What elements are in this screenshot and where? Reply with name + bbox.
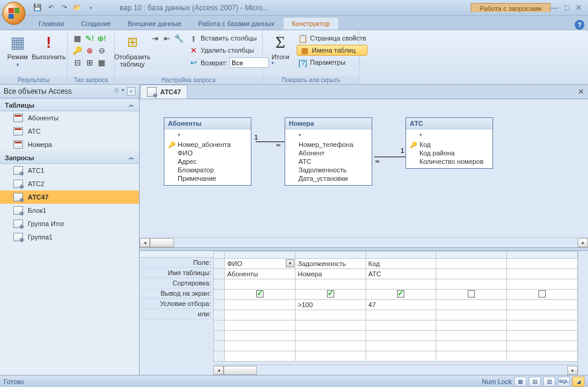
field-row[interactable]: АТС: [289, 157, 368, 166]
sort-cell[interactable]: [366, 279, 436, 290]
field-row[interactable]: Задолженность: [289, 166, 368, 174]
or-cell[interactable]: [295, 310, 366, 320]
crosstab-icon[interactable]: 🔑: [73, 45, 82, 55]
empty-cell[interactable]: [366, 341, 436, 351]
empty-cell[interactable]: [366, 320, 436, 331]
empty-cell[interactable]: [366, 351, 436, 362]
show-cell[interactable]: [507, 290, 578, 300]
view-sql-icon[interactable]: SQL: [558, 377, 570, 386]
field-row[interactable]: Код района: [410, 149, 489, 157]
col-selector[interactable]: [295, 252, 366, 259]
view-pivot-icon[interactable]: ▤: [529, 377, 541, 386]
datadef-icon[interactable]: ▦: [97, 57, 106, 67]
view-chart-icon[interactable]: ▥: [543, 377, 555, 386]
checkbox-icon[interactable]: [397, 290, 404, 298]
empty-cell[interactable]: [436, 341, 507, 351]
empty-cell[interactable]: [295, 331, 366, 341]
field-cell[interactable]: ФИО▾: [225, 259, 296, 269]
nav-dropdown-icon[interactable]: ▾: [121, 87, 124, 96]
query-design-table[interactable]: ФИО▾ЗадолженностьКодАбонентыНомераАТС>10…: [213, 251, 578, 362]
field-row[interactable]: Адрес: [168, 157, 247, 166]
nav-filter-icon[interactable]: ⊙: [114, 87, 119, 96]
checkbox-icon[interactable]: [468, 290, 475, 298]
diagram-table[interactable]: Номера*Номер_телефонаАбонентАТСЗадолженн…: [285, 117, 372, 186]
empty-cell[interactable]: [225, 320, 296, 331]
help-icon[interactable]: ?: [575, 20, 584, 30]
table-cell[interactable]: [436, 269, 507, 279]
criteria-cell[interactable]: [507, 300, 578, 310]
empty-cell[interactable]: [366, 331, 436, 341]
undo-icon[interactable]: ↶: [46, 3, 56, 13]
field-row[interactable]: *: [168, 132, 247, 140]
tab-create[interactable]: Создание: [73, 18, 120, 30]
insert-rows-icon[interactable]: ⇥: [150, 33, 160, 43]
collapse-icon[interactable]: ︽: [129, 154, 134, 161]
empty-cell[interactable]: [507, 341, 578, 351]
field-row[interactable]: ФИО: [168, 149, 247, 157]
table-cell[interactable]: Номера: [295, 269, 366, 279]
select-query-icon[interactable]: ▦: [73, 33, 82, 43]
delete-query-icon[interactable]: ⊖: [97, 45, 106, 55]
checkbox-icon[interactable]: [538, 290, 546, 298]
maximize-icon[interactable]: □: [564, 3, 569, 12]
row-selector[interactable]: [214, 310, 225, 320]
empty-cell[interactable]: [295, 351, 366, 362]
field-row[interactable]: Количество номеров: [410, 157, 489, 166]
or-cell[interactable]: [225, 310, 296, 320]
nav-item-query[interactable]: АТС2: [0, 177, 139, 190]
field-cell[interactable]: Задолженность: [295, 259, 366, 269]
or-cell[interactable]: [366, 310, 436, 320]
nav-item-query[interactable]: АТС47: [0, 190, 139, 204]
view-datasheet-icon[interactable]: ▦: [514, 377, 526, 386]
field-row[interactable]: *: [410, 132, 489, 140]
table-cell[interactable]: [507, 269, 578, 279]
table-cell[interactable]: АТС: [366, 269, 436, 279]
sort-cell[interactable]: [295, 279, 366, 290]
builder-icon[interactable]: 🔧: [174, 33, 184, 43]
nav-item-query[interactable]: АТС1: [0, 164, 139, 177]
field-row[interactable]: Абонент: [289, 149, 368, 157]
make-table-icon[interactable]: ✎!: [85, 33, 94, 43]
nav-item-table[interactable]: Номера: [0, 138, 139, 151]
property-sheet-button[interactable]: 📋Страница свойств: [297, 33, 367, 44]
nav-item-query[interactable]: Группа Итог: [0, 217, 139, 230]
empty-cell[interactable]: [295, 341, 366, 351]
tab-home[interactable]: Главная: [30, 18, 73, 30]
open-icon[interactable]: 📂: [73, 3, 82, 13]
office-button[interactable]: [2, 2, 25, 25]
or-cell[interactable]: [436, 310, 507, 320]
nav-collapse-icon[interactable]: «: [127, 87, 135, 96]
nav-header[interactable]: Все объекты Access ⊙▾«: [0, 85, 139, 99]
field-cell[interactable]: [436, 259, 507, 269]
totals-button[interactable]: Σ Итоги: [267, 31, 294, 62]
field-cell[interactable]: Код: [366, 259, 436, 269]
show-cell[interactable]: [225, 290, 296, 300]
append-icon[interactable]: ⊕!: [97, 33, 106, 43]
table-header[interactable]: АТС: [406, 118, 493, 129]
scroll-thumb[interactable]: [150, 238, 174, 247]
view-design-icon[interactable]: ◢: [572, 377, 584, 386]
row-selector[interactable]: [214, 269, 225, 279]
table-header[interactable]: Номера: [285, 118, 372, 129]
checkbox-icon[interactable]: [256, 290, 263, 298]
qat-menu-icon[interactable]: ▾: [86, 3, 95, 13]
delete-rows-icon[interactable]: ⇤: [162, 33, 172, 43]
sort-cell[interactable]: [436, 279, 507, 290]
close-document-icon[interactable]: ✕: [578, 87, 584, 96]
empty-cell[interactable]: [436, 331, 507, 341]
tab-dbtools[interactable]: Работа с базами данных: [190, 18, 283, 30]
parameters-button[interactable]: [?]Параметры: [297, 57, 367, 68]
criteria-cell[interactable]: 47: [366, 300, 436, 310]
sort-cell[interactable]: [507, 279, 578, 290]
nav-item-query[interactable]: Группа1: [0, 230, 139, 244]
field-row[interactable]: Примечание: [168, 174, 247, 183]
diagram-table[interactable]: АТС*🔑КодКод районаКоличество номеров: [405, 117, 493, 169]
tab-design[interactable]: Конструктор: [283, 17, 339, 30]
empty-cell[interactable]: [225, 331, 296, 341]
nav-item-table[interactable]: АТС: [0, 125, 139, 138]
scroll-right-icon[interactable]: ▸: [578, 238, 588, 247]
redo-icon[interactable]: ↷: [59, 3, 69, 13]
empty-cell[interactable]: [436, 351, 507, 362]
field-row[interactable]: *: [289, 132, 368, 140]
field-row[interactable]: Номер_телефона: [289, 140, 368, 149]
